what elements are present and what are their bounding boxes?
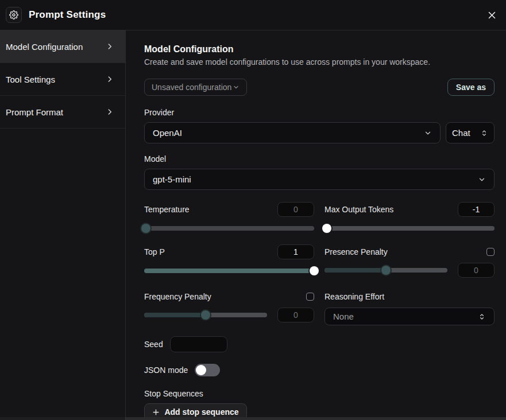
top-p-input[interactable] xyxy=(277,244,314,259)
sidebar-item-label: Tool Settings xyxy=(6,75,55,84)
temperature-label: Temperature xyxy=(144,205,190,214)
top-p-field: Top P xyxy=(144,244,314,278)
slider-thumb[interactable] xyxy=(201,310,210,320)
chevrons-up-down-icon xyxy=(480,129,488,137)
slider-thumb[interactable] xyxy=(310,266,319,275)
json-mode-toggle[interactable] xyxy=(195,364,220,376)
presence-penalty-field: Presence Penalty xyxy=(325,244,495,278)
dialog-header: Prompt Settings xyxy=(0,0,506,30)
mode-select[interactable]: Chat xyxy=(446,122,495,143)
sidebar-item-model-configuration[interactable]: Model Configuration xyxy=(0,30,125,63)
max-output-tokens-field: Max Output Tokens xyxy=(325,202,495,233)
stop-sequences-label: Stop Sequences xyxy=(144,389,495,398)
temperature-input[interactable] xyxy=(277,202,314,217)
sidebar-item-tool-settings[interactable]: Tool Settings xyxy=(0,63,125,96)
seed-label: Seed xyxy=(144,340,163,349)
model-configuration-panel: Model Configuration Create and save mode… xyxy=(126,30,506,417)
presence-penalty-input[interactable] xyxy=(458,263,495,278)
sidebar-item-label: Prompt Format xyxy=(6,107,63,117)
frequency-penalty-input[interactable] xyxy=(277,308,314,322)
prompt-settings-dialog: Prompt Settings Model Configuration Tool… xyxy=(0,0,506,420)
frequency-penalty-field: Frequency Penalty xyxy=(144,289,314,325)
max-output-tokens-slider[interactable] xyxy=(325,224,495,233)
chevron-down-icon xyxy=(424,129,432,137)
chevron-right-icon xyxy=(106,75,114,83)
top-p-slider[interactable] xyxy=(144,266,314,275)
model-label: Model xyxy=(144,154,495,164)
chevron-right-icon xyxy=(106,42,114,50)
mode-value: Chat xyxy=(452,128,470,138)
dialog-title: Prompt Settings xyxy=(29,9,106,21)
temperature-slider[interactable] xyxy=(144,224,314,233)
chevron-down-icon xyxy=(478,176,486,184)
gear-icon xyxy=(6,7,22,23)
close-icon[interactable] xyxy=(487,10,497,20)
background-page-edge xyxy=(0,417,506,420)
slider-thumb[interactable] xyxy=(322,224,331,233)
sidebar-item-label: Model Configuration xyxy=(6,42,83,52)
provider-value: OpenAI xyxy=(153,128,182,138)
chevron-down-icon xyxy=(233,84,240,91)
max-output-tokens-input[interactable] xyxy=(458,202,495,217)
frequency-penalty-slider[interactable] xyxy=(144,310,267,320)
seed-input[interactable] xyxy=(170,336,227,352)
max-output-tokens-label: Max Output Tokens xyxy=(325,205,393,214)
top-p-label: Top P xyxy=(144,247,165,256)
json-mode-label: JSON mode xyxy=(144,365,188,375)
add-stop-sequence-label: Add stop sequence xyxy=(164,407,238,417)
presence-penalty-slider[interactable] xyxy=(325,266,447,275)
model-value: gpt-5-mini xyxy=(153,174,191,184)
reasoning-effort-value: None xyxy=(333,312,354,321)
chevrons-up-down-icon xyxy=(478,313,486,321)
configuration-dropdown-value: Unsaved configuration xyxy=(152,83,231,92)
toggle-knob xyxy=(196,365,206,375)
panel-description: Create and save model configurations to … xyxy=(144,57,495,67)
save-as-button[interactable]: Save as xyxy=(447,79,495,96)
sidebar-item-prompt-format[interactable]: Prompt Format xyxy=(0,96,125,129)
temperature-field: Temperature xyxy=(144,202,314,233)
reasoning-effort-field: Reasoning Effort None xyxy=(325,289,495,325)
reasoning-effort-select[interactable]: None xyxy=(325,308,495,325)
plus-icon xyxy=(152,409,160,416)
settings-sidebar: Model Configuration Tool Settings Prompt… xyxy=(0,30,126,417)
panel-title: Model Configuration xyxy=(144,44,495,55)
reasoning-effort-label: Reasoning Effort xyxy=(325,292,384,301)
slider-thumb[interactable] xyxy=(381,266,391,275)
presence-penalty-checkbox[interactable] xyxy=(486,248,495,256)
frequency-penalty-label: Frequency Penalty xyxy=(144,292,211,301)
configuration-dropdown[interactable]: Unsaved configuration xyxy=(144,79,247,96)
provider-select[interactable]: OpenAI xyxy=(144,122,441,143)
provider-label: Provider xyxy=(144,108,495,117)
presence-penalty-label: Presence Penalty xyxy=(325,247,388,256)
chevron-right-icon xyxy=(106,108,114,116)
frequency-penalty-checkbox[interactable] xyxy=(306,293,314,301)
model-select[interactable]: gpt-5-mini xyxy=(144,169,495,190)
slider-thumb[interactable] xyxy=(141,224,150,233)
